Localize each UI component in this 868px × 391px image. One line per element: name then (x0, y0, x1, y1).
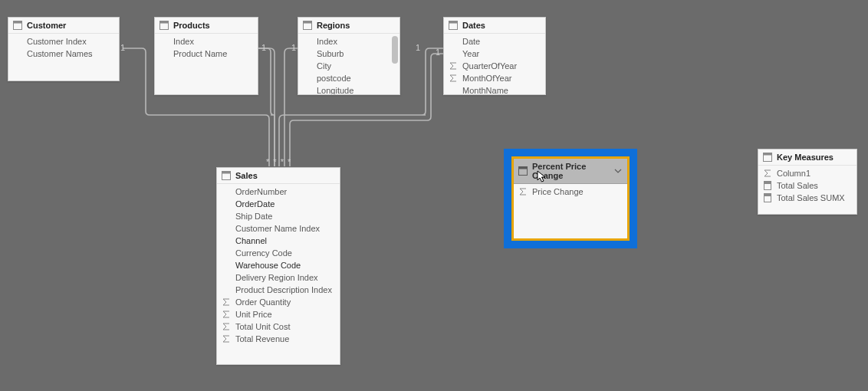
svg-rect-13 (764, 153, 772, 156)
field-row[interactable]: Total Unit Cost (220, 320, 337, 333)
table-key-measures[interactable]: Key Measures Column1Total SalesTotal Sal… (758, 149, 857, 215)
field-row[interactable]: Order Quantity (220, 296, 337, 308)
sigma-icon (763, 169, 772, 178)
svg-rect-7 (449, 21, 458, 24)
field-row[interactable]: Product Description Index (220, 284, 337, 296)
field-list-sales: OrderNumberOrderDateShip DateCustomer Na… (217, 184, 340, 364)
table-dates[interactable]: Dates DateYearQuarterOfYearMonthOfYearMo… (443, 17, 546, 95)
table-header-dates[interactable]: Dates (444, 18, 545, 34)
field-label: Customer Index (27, 37, 87, 46)
calculator-icon (763, 181, 772, 190)
field-row[interactable]: OrderNumber (220, 186, 337, 198)
table-title: Products (173, 21, 210, 30)
table-header-sales[interactable]: Sales (217, 168, 340, 184)
table-customer[interactable]: Customer Customer IndexCustomer Names (8, 17, 120, 81)
field-label: Date (462, 37, 480, 46)
cardinality-one-products: 1 (261, 43, 266, 52)
field-label: MonthName (462, 86, 508, 94)
field-label: OrderNumber (235, 187, 287, 196)
svg-rect-1 (14, 21, 22, 24)
field-row[interactable]: Year (447, 48, 542, 60)
cardinality-one-regions: 1 (291, 43, 296, 52)
field-row[interactable]: Delivery Region Index (220, 271, 337, 284)
field-list-key-measures: Column1Total SalesTotal Sales SUMX (758, 166, 856, 214)
svg-rect-15 (764, 182, 771, 184)
field-row[interactable]: Suburb (301, 48, 396, 60)
field-label: Suburb (317, 49, 344, 58)
field-label: Currency Code (235, 248, 292, 258)
field-row[interactable]: Total Sales SUMX (761, 192, 853, 204)
field-row[interactable]: MonthOfYear (447, 72, 542, 84)
field-row[interactable]: City (301, 60, 396, 72)
svg-rect-11 (519, 167, 528, 169)
field-label: Channel (235, 236, 267, 245)
field-row[interactable]: Index (301, 35, 396, 48)
field-row[interactable]: Unit Price (220, 308, 337, 320)
table-icon (449, 21, 458, 30)
field-label: OrderDate (235, 199, 275, 209)
field-row[interactable]: Index (158, 35, 255, 48)
table-regions[interactable]: Regions IndexSuburbCitypostcodeLongitude (298, 17, 400, 95)
table-sales[interactable]: Sales OrderNumberOrderDateShip DateCusto… (216, 167, 340, 365)
table-title: Percent Price Change (532, 162, 613, 180)
field-label: MonthOfYear (462, 74, 511, 83)
collapse-icon[interactable] (613, 166, 623, 176)
cardinality-one-dates-b: 1 (436, 48, 440, 57)
field-row[interactable]: Product Name (158, 48, 255, 60)
field-label: Total Unit Cost (235, 322, 291, 331)
table-percent-price-change-selection[interactable]: Percent Price Change Price Change (504, 149, 637, 248)
scrollbar-thumb[interactable] (392, 36, 398, 64)
field-label: Index (173, 37, 194, 46)
field-list-regions: IndexSuburbCitypostcodeLongitude (298, 34, 399, 94)
field-label: Delivery Region Index (235, 273, 318, 282)
field-row[interactable]: QuarterOfYear (447, 60, 542, 72)
table-icon (518, 166, 528, 176)
field-row[interactable]: Longitude (301, 84, 396, 94)
table-products[interactable]: Products IndexProduct Name (154, 17, 258, 95)
field-row[interactable]: Date (447, 35, 542, 48)
table-title: Dates (462, 21, 485, 30)
table-header-customer[interactable]: Customer (8, 18, 119, 34)
field-row[interactable]: Price Change (517, 186, 624, 198)
field-row[interactable]: Channel (220, 235, 337, 247)
field-row[interactable]: Currency Code (220, 247, 337, 259)
field-label: Ship Date (235, 212, 272, 221)
svg-rect-9 (222, 172, 231, 174)
field-row[interactable]: OrderDate (220, 198, 337, 210)
table-header-percent-price-change[interactable]: Percent Price Change (514, 159, 627, 184)
field-row[interactable]: Column1 (761, 167, 853, 179)
table-title: Customer (27, 21, 66, 30)
table-header-products[interactable]: Products (155, 18, 258, 34)
field-label: Customer Names (27, 49, 93, 58)
field-label: Unit Price (235, 310, 272, 319)
field-row[interactable]: postcode (301, 72, 396, 84)
field-list-percent-price-change: Price Change (514, 184, 627, 238)
table-icon (303, 21, 312, 30)
field-label: Product Name (173, 49, 227, 58)
field-row[interactable]: MonthName (447, 84, 542, 94)
sigma-icon (222, 310, 231, 319)
field-row[interactable]: Ship Date (220, 210, 337, 222)
field-label: postcode (317, 74, 351, 83)
sigma-icon (222, 334, 231, 343)
field-row[interactable]: Total Sales (761, 179, 853, 192)
field-row[interactable]: Customer Names (12, 48, 116, 60)
calculator-icon (763, 193, 772, 202)
field-row[interactable]: Warehouse Code (220, 259, 337, 271)
table-icon (763, 153, 772, 162)
field-row[interactable]: Customer Name Index (220, 222, 337, 235)
field-label: Total Revenue (235, 334, 289, 343)
table-icon (159, 21, 169, 30)
field-label: Year (462, 49, 479, 58)
field-label: Price Change (532, 187, 584, 196)
field-row[interactable]: Total Revenue (220, 333, 337, 345)
scrollbar-regions[interactable] (392, 36, 398, 91)
sigma-icon (518, 187, 528, 196)
table-header-regions[interactable]: Regions (298, 18, 399, 34)
field-row[interactable]: Customer Index (12, 35, 116, 48)
cardinality-one-customer: 1 (120, 43, 125, 52)
field-label: Order Quantity (235, 297, 291, 307)
table-header-key-measures[interactable]: Key Measures (758, 150, 856, 166)
field-label: Warehouse Code (235, 261, 301, 270)
field-label: Longitude (317, 86, 353, 94)
